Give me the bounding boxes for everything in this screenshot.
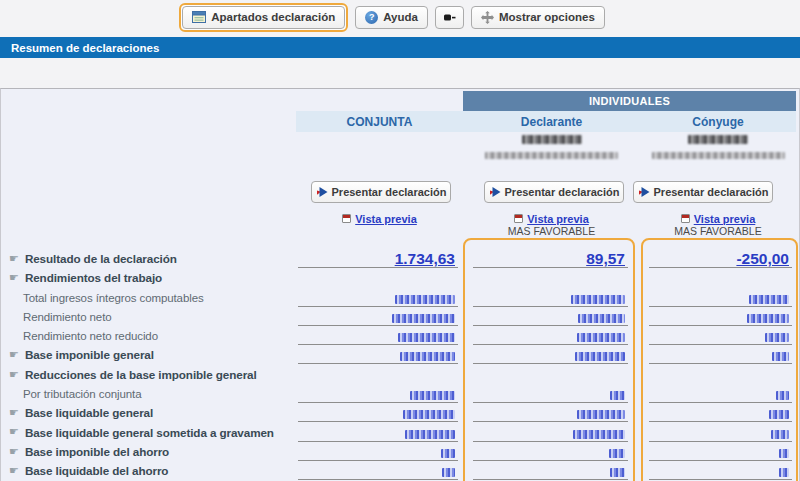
value-cell-cony	[649, 345, 792, 364]
value-redacted[interactable]	[395, 295, 455, 304]
value-cell-decl: 89,57	[473, 240, 628, 268]
value-cell-decl	[473, 461, 628, 480]
hand-icon: ☛	[9, 406, 19, 419]
value-cell-cony	[649, 287, 792, 306]
vista-previa-label: Vista previa	[527, 213, 589, 225]
value-cell-decl	[473, 307, 628, 326]
row-label-cell: ☛Rendimientos del trabajo	[1, 268, 296, 287]
value-cell-decl	[473, 268, 628, 287]
value-cell-conj	[298, 384, 458, 403]
value-redacted[interactable]	[573, 430, 625, 439]
value-cell-decl	[473, 364, 628, 383]
value-redacted[interactable]	[749, 295, 789, 304]
value-redacted[interactable]	[577, 333, 625, 342]
summary-row: Rendimiento neto reducido	[1, 326, 799, 345]
row-label-cell: ☛Base liquidable general	[1, 403, 296, 422]
value-redacted[interactable]	[392, 314, 455, 323]
presentar-label: Presentar declaración	[654, 186, 769, 198]
value-cell-cony	[649, 461, 792, 480]
value-redacted[interactable]	[769, 410, 789, 419]
submit-arrow-icon	[489, 186, 501, 198]
mas-favorable-conyuge: MAS FAVORABLE	[640, 225, 796, 238]
value-cell-conj	[298, 461, 458, 480]
mostrar-opciones-button[interactable]: Mostrar opciones	[471, 6, 605, 29]
value-redacted[interactable]	[610, 468, 625, 477]
row-label-cell: ☛Base liquidable general sometida a grav…	[1, 422, 296, 441]
value-redacted[interactable]	[571, 295, 625, 304]
value-redacted[interactable]	[765, 333, 789, 342]
value-redacted[interactable]	[442, 468, 455, 477]
value-cell-cony: -250,00	[649, 240, 792, 268]
value-redacted[interactable]	[610, 391, 625, 400]
value-cell-cony	[649, 268, 792, 287]
summary-panel: INDIVIDUALES CONJUNTA Declarante Cónyuge…	[0, 88, 800, 481]
value-cell-conj	[298, 364, 458, 383]
hand-icon: ☛	[9, 252, 19, 265]
value-redacted[interactable]	[779, 449, 789, 458]
value-cell-conj	[298, 287, 458, 306]
value-cell-conj: 1.734,63	[298, 240, 458, 268]
declarante-identity	[463, 135, 640, 167]
value-redacted[interactable]	[405, 430, 455, 439]
value-cell-conj	[298, 307, 458, 326]
value-redacted[interactable]	[747, 314, 789, 323]
summary-row: ☛Base liquidable general sometida a grav…	[1, 422, 799, 441]
presentar-label: Presentar declaración	[332, 186, 447, 198]
vista-previa-label: Vista previa	[694, 213, 756, 225]
vista-previa-conjunta-cell: Vista previa	[296, 209, 463, 223]
summary-rows: ☛Resultado de la declaración1.734,6389,5…	[1, 240, 799, 481]
preview-doc-icon	[514, 214, 523, 223]
declarante-id-redacted	[485, 152, 618, 159]
value-redacted[interactable]	[779, 468, 789, 477]
row-label: Base liquidable general	[25, 406, 153, 419]
value-redacted[interactable]	[771, 430, 789, 439]
value-redacted[interactable]	[441, 449, 455, 458]
value-redacted[interactable]	[776, 391, 789, 400]
presentar-declaracion-conjunta-button[interactable]: Presentar declaración	[311, 181, 451, 203]
submit-arrow-icon	[316, 186, 328, 198]
preview-doc-icon	[681, 214, 690, 223]
row-label: Base liquidable general sometida a grava…	[25, 426, 274, 439]
apartados-highlight-border: Apartados declaración	[179, 3, 348, 32]
column-header-conyuge: Cónyuge	[640, 111, 796, 132]
value-link[interactable]: 1.734,63	[395, 250, 455, 267]
vista-previa-conjunta-link[interactable]: Vista previa	[342, 213, 417, 225]
preview-doc-icon	[342, 214, 351, 223]
presentar-declaracion-declarante-button[interactable]: Presentar declaración	[484, 181, 624, 203]
vista-previa-conyuge-link[interactable]: Vista previa	[681, 213, 756, 225]
row-label-cell: ☛Base imponible general	[1, 345, 296, 364]
value-redacted[interactable]	[403, 410, 455, 419]
vista-previa-declarante-link[interactable]: Vista previa	[514, 213, 589, 225]
value-redacted[interactable]	[577, 410, 625, 419]
value-redacted[interactable]	[575, 352, 625, 361]
section-header-bar: Resumen de declaraciones	[0, 37, 800, 58]
value-redacted[interactable]	[772, 352, 789, 361]
value-cell-conj	[298, 403, 458, 422]
submit-arrow-icon	[638, 186, 650, 198]
value-cell-cony	[649, 326, 792, 345]
value-redacted[interactable]	[400, 352, 455, 361]
row-label: Base liquidable del ahorro	[25, 464, 169, 477]
conyuge-name-redacted	[688, 135, 748, 144]
value-redacted[interactable]	[578, 314, 625, 323]
minimize-toolbar-button[interactable]	[435, 6, 464, 29]
form-window-icon	[192, 11, 206, 23]
value-redacted[interactable]	[410, 391, 455, 400]
summary-row: Rendimiento neto	[1, 307, 799, 326]
ayuda-button[interactable]: ? Ayuda	[355, 6, 428, 29]
row-label-cell: Rendimiento neto	[1, 307, 296, 326]
apartados-declaracion-button[interactable]: Apartados declaración	[182, 6, 345, 29]
declarante-name-redacted	[522, 135, 582, 144]
row-label: Rendimiento neto	[23, 311, 112, 323]
presentar-declaracion-conyuge-button[interactable]: Presentar declaración	[633, 181, 773, 203]
value-cell-decl	[473, 384, 628, 403]
value-link[interactable]: -250,00	[736, 250, 789, 267]
value-cell-decl	[473, 422, 628, 441]
value-redacted[interactable]	[398, 333, 455, 342]
row-label: Resultado de la declaración	[25, 252, 177, 265]
value-link[interactable]: 89,57	[586, 250, 625, 267]
value-redacted[interactable]	[609, 449, 625, 458]
row-label-cell: Rendimiento neto reducido	[1, 326, 296, 345]
value-cell-decl	[473, 403, 628, 422]
value-cell-cony	[649, 422, 792, 441]
